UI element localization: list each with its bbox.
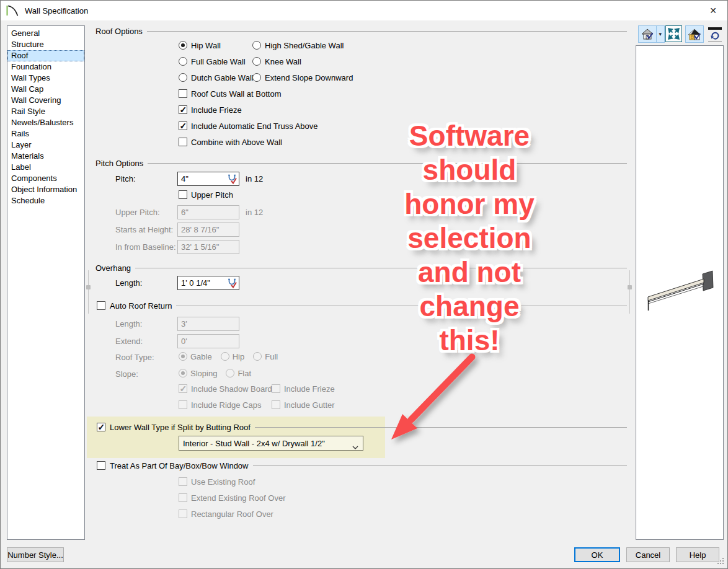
use-existing-roof-checkbox: Use Existing Roof: [179, 477, 255, 487]
wall-3d-preview: [636, 268, 723, 330]
lower-wall-type-value: Interior - Stud Wall - 2x4 w/ Drywall 1/…: [183, 439, 325, 448]
sidebar-item-general[interactable]: General: [7, 28, 84, 39]
full-label: Full: [265, 352, 278, 361]
lower-wall-type-title: Lower Wall Type if Split by Butting Roof: [110, 423, 251, 432]
sidebar-item-layer[interactable]: Layer: [7, 139, 84, 151]
checkbox-checked-icon: [179, 105, 187, 114]
annotation-text: Software should honor my selection and n…: [382, 119, 557, 358]
lower-wall-type-header[interactable]: Lower Wall Type if Split by Butting Roof: [97, 422, 627, 432]
sidebar-item-wall-types[interactable]: Wall Types: [7, 73, 84, 84]
wall-spec-icon: [6, 4, 19, 17]
overhang-length-value: 1' 0 1/4": [181, 278, 210, 288]
rectangular-roof-label: Rectangular Roof Over: [191, 509, 273, 519]
include-frieze-label: Include Frieze: [191, 105, 242, 115]
roof-type-radio-group: Gable Hip Full: [179, 351, 278, 361]
starts-at-height-input: 28' 8 7/16": [177, 223, 239, 237]
high-shed-gable-wall-label: High Shed/Gable Wall: [265, 41, 344, 50]
fill-window-button[interactable]: [665, 25, 682, 42]
high-shed-gable-wall-option[interactable]: High Shed/Gable Wall: [252, 40, 344, 50]
upper-pitch-unit: in 12: [246, 208, 263, 217]
sidebar: General Structure Roof Foundation Wall T…: [7, 25, 85, 540]
radio-icon: [221, 352, 229, 361]
3d-preview-pane[interactable]: [636, 45, 724, 540]
sidebar-item-wall-covering[interactable]: Wall Covering: [7, 95, 84, 106]
color-toggle-button[interactable]: [685, 25, 704, 43]
checkbox-checked-icon: [97, 423, 105, 431]
sloping-label: Sloping: [190, 369, 217, 378]
roof-type-label: Roof Type:: [115, 353, 154, 362]
knee-wall-option[interactable]: Knee Wall: [252, 56, 301, 66]
refresh-button[interactable]: [706, 25, 724, 43]
dutch-gable-wall-option[interactable]: Dutch Gable Wall: [179, 73, 254, 82]
refresh-icon: [708, 27, 722, 42]
sidebar-item-newels-balusters[interactable]: Newels/Balusters: [7, 117, 84, 128]
arr-length-value: 3': [181, 319, 187, 329]
include-gutter-checkbox: Include Gutter: [272, 400, 335, 410]
checkbox-icon: [179, 477, 187, 486]
include-end-truss-checkbox[interactable]: Include Automatic End Truss Above: [179, 121, 318, 131]
splitter-handle-left[interactable]: [88, 270, 89, 314]
default-wrench-icon[interactable]: [227, 174, 237, 187]
include-end-truss-label: Include Automatic End Truss Above: [191, 121, 318, 131]
combine-above-wall-checkbox[interactable]: Combine with Above Wall: [179, 137, 282, 147]
sidebar-item-roof[interactable]: Roof: [7, 50, 84, 61]
hip-wall-option[interactable]: Hip Wall: [179, 40, 221, 50]
sidebar-item-rails[interactable]: Rails: [7, 128, 84, 139]
divider: [253, 465, 628, 466]
default-wrench-icon[interactable]: [227, 278, 237, 291]
sidebar-item-components[interactable]: Components: [7, 173, 84, 184]
slope-label: Slope:: [115, 369, 138, 379]
expand-arrows-icon: [667, 27, 680, 40]
sidebar-item-wall-cap[interactable]: Wall Cap: [7, 84, 84, 95]
roof-cuts-wall-checkbox[interactable]: Roof Cuts Wall at Bottom: [179, 89, 281, 99]
sidebar-item-structure[interactable]: Structure: [7, 39, 84, 50]
dutch-gable-wall-label: Dutch Gable Wall: [191, 73, 254, 82]
overhang-title: Overhang: [95, 263, 131, 273]
sidebar-item-object-information[interactable]: Object Information: [7, 184, 84, 195]
include-ridge-caps-label: Include Ridge Caps: [191, 400, 261, 410]
radio-checked-icon: [179, 41, 187, 50]
sidebar-item-materials[interactable]: Materials: [7, 151, 84, 162]
sidebar-item-schedule[interactable]: Schedule: [7, 195, 84, 206]
sidebar-item-label[interactable]: Label: [7, 162, 84, 173]
sidebar-item-rail-style[interactable]: Rail Style: [7, 106, 84, 117]
chevron-down-icon: [352, 442, 358, 451]
resize-grip[interactable]: [717, 558, 725, 565]
hip-option: Hip: [221, 351, 245, 361]
annotation-line: should: [382, 153, 557, 187]
close-icon[interactable]: ✕: [699, 1, 727, 20]
help-button[interactable]: Help: [676, 547, 719, 562]
upper-pitch-checkbox[interactable]: Upper Pitch: [179, 190, 233, 200]
arr-include-frieze-label: Include Frieze: [284, 384, 335, 394]
upper-pitch-label: Upper Pitch:: [115, 208, 160, 217]
radio-icon: [253, 352, 262, 361]
sidebar-item-foundation[interactable]: Foundation: [7, 61, 84, 73]
checkbox-checked-icon: [179, 384, 187, 393]
overhang-length-input[interactable]: 1' 0 1/4": [177, 276, 239, 290]
include-frieze-checkbox[interactable]: Include Frieze: [179, 105, 242, 115]
cancel-label: Cancel: [636, 550, 660, 560]
arr-include-frieze-checkbox: Include Frieze: [272, 384, 335, 394]
bay-box-bow-header[interactable]: Treat As Part Of Bay/Box/Bow Window: [97, 461, 627, 470]
number-style-button[interactable]: Number Style...: [7, 547, 64, 562]
full-gable-wall-option[interactable]: Full Gable Wall: [179, 56, 246, 66]
pitch-input[interactable]: 4": [177, 172, 239, 186]
annotation-line: honor my: [382, 187, 557, 221]
lower-wall-type-select[interactable]: Interior - Stud Wall - 2x4 w/ Drywall 1/…: [179, 436, 363, 451]
roof-options-title: Roof Options: [95, 27, 143, 36]
checkbox-icon: [179, 190, 187, 199]
extend-slope-downward-option[interactable]: Extend Slope Downward: [252, 73, 353, 82]
checkbox-icon: [179, 400, 187, 409]
starts-at-height-value: 28' 8 7/16": [181, 225, 219, 234]
upper-pitch-input: 6": [177, 205, 239, 219]
sloping-option: Sloping: [179, 368, 217, 378]
hip-label: Hip: [233, 352, 245, 361]
cancel-button[interactable]: Cancel: [626, 547, 670, 562]
splitter-handle-right[interactable]: [629, 270, 630, 314]
radio-icon: [252, 41, 261, 50]
ok-button[interactable]: OK: [574, 547, 620, 562]
standard-view-button[interactable]: ▾: [638, 25, 665, 43]
annotation-line: and not: [382, 255, 557, 289]
annotation-line: Software: [382, 119, 557, 153]
chevron-down-icon[interactable]: ▾: [656, 26, 664, 42]
